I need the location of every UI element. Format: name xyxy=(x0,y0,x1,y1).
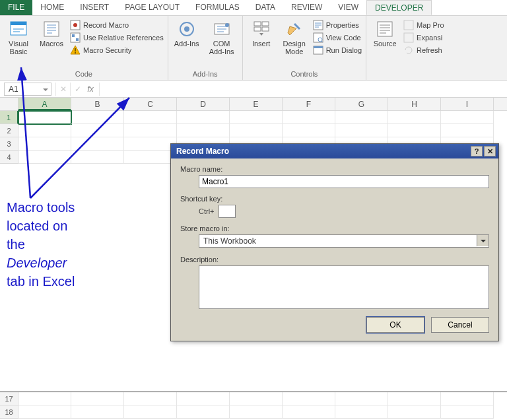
cell[interactable] xyxy=(124,137,177,151)
cell[interactable] xyxy=(441,111,494,124)
cell[interactable] xyxy=(18,111,71,124)
macro-name-input[interactable] xyxy=(199,175,489,188)
cell[interactable] xyxy=(18,392,71,405)
cell[interactable] xyxy=(124,405,177,419)
dialog-close-button[interactable]: ✕ xyxy=(484,146,496,157)
cell[interactable] xyxy=(230,392,283,405)
cell[interactable] xyxy=(71,111,124,124)
cell[interactable] xyxy=(441,392,494,405)
cell[interactable] xyxy=(124,111,177,124)
cell[interactable] xyxy=(18,405,71,419)
source-button[interactable]: Source xyxy=(370,18,399,77)
svg-rect-17 xyxy=(262,27,269,31)
cell[interactable] xyxy=(441,405,494,419)
cell[interactable] xyxy=(230,111,283,124)
svg-rect-22 xyxy=(314,46,323,48)
use-relative-references-button[interactable]: Use Relative References xyxy=(70,32,164,43)
cell[interactable] xyxy=(71,124,124,137)
cell[interactable] xyxy=(283,405,335,419)
row-header[interactable]: 3 xyxy=(0,137,18,151)
group-addins: Add-Ins COM Add-Ins Add-Ins xyxy=(168,16,243,80)
design-mode-button[interactable]: Design Mode xyxy=(280,18,309,69)
cell[interactable] xyxy=(230,405,283,419)
cell[interactable] xyxy=(124,392,177,405)
insert-control-button[interactable]: Insert xyxy=(247,18,276,69)
col-header[interactable]: E xyxy=(230,98,283,110)
view-code-button[interactable]: View Code xyxy=(313,32,362,43)
cell[interactable] xyxy=(177,392,230,405)
cancel-button[interactable]: Cancel xyxy=(431,317,489,333)
cell[interactable] xyxy=(124,124,177,137)
visual-basic-button[interactable]: Visual Basic xyxy=(4,18,33,69)
cell[interactable] xyxy=(388,392,441,405)
cell[interactable] xyxy=(283,392,335,405)
col-header[interactable]: G xyxy=(335,98,388,110)
macros-button[interactable]: Macros xyxy=(37,18,66,69)
cell[interactable] xyxy=(388,405,441,419)
tab-page-layout[interactable]: PAGE LAYOUT xyxy=(117,0,187,15)
shortcut-key-input[interactable] xyxy=(219,205,236,218)
ok-button[interactable]: OK xyxy=(366,317,424,333)
col-header[interactable]: C xyxy=(124,98,177,110)
cell[interactable] xyxy=(18,124,71,137)
macro-security-button[interactable]: Macro Security xyxy=(70,45,164,55)
col-header[interactable]: H xyxy=(388,98,441,110)
cell[interactable] xyxy=(124,151,177,164)
addins-button[interactable]: Add-Ins xyxy=(172,18,201,69)
cell[interactable] xyxy=(230,124,283,137)
row-header[interactable]: 17 xyxy=(0,392,18,405)
col-header[interactable]: I xyxy=(441,98,494,110)
tab-insert[interactable]: INSERT xyxy=(72,0,117,15)
tab-formulas[interactable]: FORMULAS xyxy=(187,0,248,15)
com-addins-button[interactable]: COM Add-Ins xyxy=(205,18,238,69)
dialog-help-button[interactable]: ? xyxy=(471,146,483,157)
tab-home[interactable]: HOME xyxy=(32,0,72,15)
tab-view[interactable]: VIEW xyxy=(330,0,366,15)
group-addins-label: Add-Ins xyxy=(172,69,238,80)
cell[interactable] xyxy=(441,124,494,137)
formula-input[interactable] xyxy=(99,83,507,96)
cell[interactable] xyxy=(177,124,230,137)
cell[interactable] xyxy=(177,111,230,124)
tab-review[interactable]: REVIEW xyxy=(283,0,330,15)
cell[interactable] xyxy=(18,137,71,151)
store-macro-select[interactable]: This Workbook xyxy=(199,234,489,248)
tab-data[interactable]: DATA xyxy=(248,0,283,15)
run-dialog-button[interactable]: Run Dialog xyxy=(313,45,362,55)
cell[interactable] xyxy=(335,392,388,405)
row-header[interactable]: 4 xyxy=(0,151,18,164)
col-header[interactable]: F xyxy=(283,98,335,110)
cell[interactable] xyxy=(283,111,335,124)
cell[interactable] xyxy=(71,392,124,405)
cell[interactable] xyxy=(283,124,335,137)
macro-name-label: Macro name: xyxy=(180,165,489,173)
cell[interactable] xyxy=(388,111,441,124)
properties-button[interactable]: Properties xyxy=(313,20,362,30)
tab-developer[interactable]: DEVELOPER xyxy=(366,0,432,15)
cell[interactable] xyxy=(71,137,124,151)
cell[interactable] xyxy=(177,405,230,419)
cell[interactable] xyxy=(388,124,441,137)
group-controls: Insert Design Mode Properties View Code … xyxy=(243,16,366,80)
cell[interactable] xyxy=(71,405,124,419)
cell[interactable] xyxy=(335,405,388,419)
record-macro-button[interactable]: Record Macro xyxy=(70,20,164,30)
select-all-corner[interactable] xyxy=(0,98,18,110)
row-header[interactable]: 1 xyxy=(0,111,18,124)
cell[interactable] xyxy=(335,124,388,137)
row-header[interactable]: 18 xyxy=(0,405,18,419)
cell[interactable] xyxy=(18,151,71,164)
col-header[interactable]: D xyxy=(177,98,230,110)
description-textarea[interactable] xyxy=(199,265,489,309)
col-header[interactable]: A xyxy=(18,98,71,110)
name-box[interactable]: A1 xyxy=(4,83,51,96)
cell[interactable] xyxy=(71,151,124,164)
fx-icon[interactable]: fx xyxy=(84,85,96,94)
ribbon-tabs: FILE HOME INSERT PAGE LAYOUT FORMULAS DA… xyxy=(0,0,507,16)
relative-refs-icon xyxy=(70,32,81,43)
cell[interactable] xyxy=(335,111,388,124)
tab-file[interactable]: FILE xyxy=(0,0,32,15)
row-header[interactable]: 2 xyxy=(0,124,18,137)
col-header[interactable]: B xyxy=(71,98,124,110)
svg-rect-15 xyxy=(262,22,269,26)
